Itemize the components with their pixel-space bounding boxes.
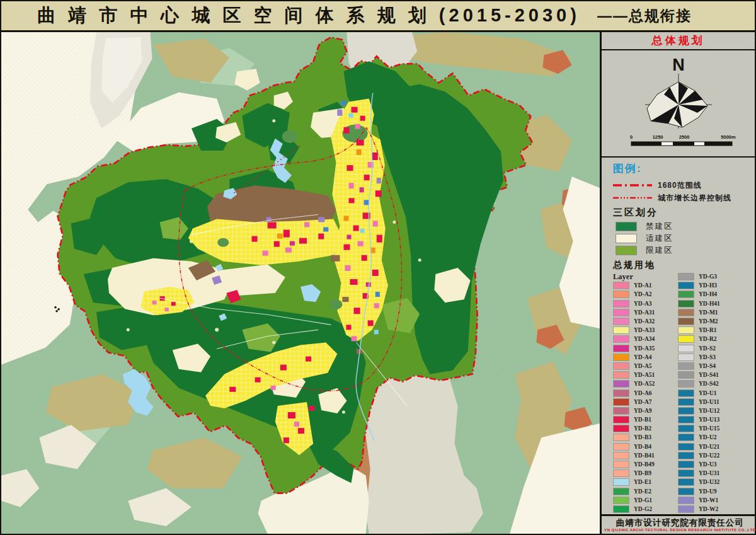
layer-row: YD-B2YD-U15: [613, 424, 755, 433]
layer-row: YD-A32YD-M2: [613, 317, 755, 326]
layer-row: YD-A9YD-U12: [613, 406, 755, 415]
zone-row: 限建区: [613, 244, 755, 256]
layer-item: YD-W1: [678, 497, 743, 504]
layer-item: YD-A32: [613, 318, 678, 325]
layer-row: YD-A51YD-S41: [613, 371, 755, 379]
layer-swatch: [613, 371, 629, 379]
layer-row: YD-A5YD-S4: [613, 362, 755, 371]
layer-item: YD-H3: [678, 282, 743, 289]
layer-row: YD-A52YD-S42: [613, 379, 755, 388]
layer-swatch: [678, 488, 694, 495]
layer-label: YD-A34: [634, 336, 655, 342]
layer-label: YD-B41: [634, 452, 655, 459]
layer-item: YD-E1: [613, 478, 678, 486]
layer-item: YD-S42: [678, 380, 743, 388]
layer-label: YD-U15: [699, 425, 719, 432]
layer-label: YD-S2: [699, 345, 716, 352]
layer-swatch: [613, 452, 629, 459]
layer-item: YD-U13: [678, 416, 743, 423]
layer-swatch: [678, 505, 694, 513]
layer-item: YD-B9: [613, 469, 678, 477]
layer-label: YD-G1: [634, 497, 652, 503]
layer-swatch: [678, 443, 694, 451]
layer-item: YD-B1: [613, 416, 678, 423]
layer-item: YD-S2: [678, 345, 743, 352]
layer-row: YD-A3YD-H41: [613, 299, 755, 308]
layer-swatch: [613, 488, 629, 495]
page-subtitle: ——总规衔接: [597, 6, 755, 26]
layer-swatch: [613, 416, 629, 423]
company-text: 曲靖市设计研究院有限责任公司 YN QUJING ARCHI TECTURAL …: [604, 518, 756, 532]
layer-item: YD-G1: [613, 497, 678, 504]
layer-label: YD-H4: [699, 291, 717, 297]
layer-row: YD-A31YD-M1: [613, 308, 755, 317]
layer-swatch: [678, 469, 694, 477]
layer-row: YD-B49YD-U3: [613, 460, 755, 469]
layer-item: YD-A34: [613, 335, 678, 343]
layer-label: YD-S42: [699, 381, 719, 387]
layer-label: YD-S3: [699, 354, 716, 360]
layer-item: YD-U31: [678, 469, 743, 477]
content: 总体规划 N 0: [1, 32, 755, 534]
layer-label: YD-G3: [699, 273, 717, 280]
layer-label: YD-U32: [699, 479, 719, 485]
layer-swatch: [678, 398, 694, 406]
layer-swatch: [678, 309, 694, 316]
layer-label: YD-U2: [699, 434, 717, 440]
layer-grid: LayerYD-G3YD-A1YD-H3YD-A2YD-H4YD-A3YD-H4…: [613, 272, 755, 514]
layer-swatch: [678, 434, 694, 441]
map: [1, 32, 600, 534]
layer-label: YD-A52: [634, 381, 655, 387]
layer-item: YD-U12: [678, 407, 743, 415]
layer-label: YD-A5: [634, 363, 652, 369]
layer-label: YD-A2: [634, 291, 652, 297]
layer-swatch: [613, 318, 629, 325]
layer-label: YD-U21: [699, 444, 719, 450]
zone-swatch: [616, 234, 637, 243]
layer-label: YD-E1: [634, 479, 651, 485]
company-name: 曲靖市设计研究院有限责任公司: [604, 518, 756, 527]
sidebar: 总体规划 N 0: [600, 32, 755, 534]
layer-swatch: [678, 380, 694, 388]
layer-swatch: [678, 318, 694, 325]
layer-swatch: [613, 354, 629, 361]
layer-label: YD-U11: [699, 399, 719, 405]
layer-label: YD-M1: [699, 309, 718, 316]
legend-line-growth: 城市增长边界控制线: [613, 192, 755, 204]
layer-row: YD-E1YD-U32: [613, 478, 755, 486]
title-bar: 曲 靖 市 中 心 城 区 空 间 体 系 规 划 (2015-2030) ——…: [1, 1, 755, 32]
layer-swatch: [613, 335, 629, 343]
layer-label: YD-S41: [699, 372, 719, 378]
layer-swatch: [678, 282, 694, 289]
layer-swatch: [678, 345, 694, 352]
layer-swatch: [678, 425, 694, 432]
layer-label: YD-W2: [699, 506, 718, 512]
layer-swatch: [613, 309, 629, 316]
layer-row: YD-A1YD-H3: [613, 281, 755, 290]
layer-row: YD-A4YD-S3: [613, 353, 755, 362]
layer-row: YD-B41YD-U22: [613, 451, 755, 460]
scale-tick: 1250: [652, 134, 663, 140]
layer-row: YD-A6YD-U1: [613, 388, 755, 397]
legend-line-1680: 1680范围线: [613, 179, 755, 192]
layer-item: YD-A5: [613, 362, 678, 370]
layer-row: YD-B9YD-U31: [613, 469, 755, 478]
layer-item: YD-H41: [678, 300, 743, 308]
layer-swatch: [678, 362, 694, 370]
layer-item: YD-B49: [613, 461, 678, 468]
layer-swatch: [678, 452, 694, 459]
zone-swatch: [616, 246, 637, 255]
layer-label: YD-H3: [699, 282, 717, 289]
layer-item: YD-B2: [613, 425, 678, 432]
layer-row: YD-A35YD-S2: [613, 344, 755, 353]
layer-item: YD-G2: [613, 505, 678, 513]
layer-swatch: [678, 407, 694, 415]
layer-swatch: [613, 300, 629, 308]
layer-row: YD-A34YD-R2: [613, 335, 755, 343]
layer-swatch: [678, 371, 694, 379]
layer-swatch: [613, 425, 629, 432]
layer-label: YD-U31: [699, 470, 719, 476]
layer-item: YD-U9: [678, 488, 743, 495]
layer-swatch: [678, 291, 694, 298]
layer-label: YD-A9: [634, 408, 652, 414]
